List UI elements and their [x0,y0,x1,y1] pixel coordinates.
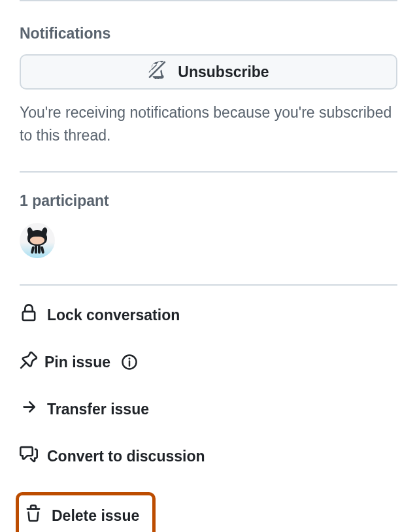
delete-issue-button[interactable]: Delete issue [24,505,139,527]
pin-label: Pin issue [44,354,110,371]
unsubscribe-label: Unsubscribe [178,63,269,81]
transfer-issue-button[interactable]: Transfer issue [20,398,397,420]
pin-icon [20,351,38,373]
arrow-right-icon [20,398,38,420]
divider [20,0,397,1]
delete-label: Delete issue [52,507,139,525]
bell-slash-icon [148,61,166,83]
delete-issue-highlight: Delete issue [16,492,156,532]
discussion-icon [20,445,38,467]
divider [20,284,397,286]
lock-conversation-button[interactable]: Lock conversation [20,304,397,326]
convert-discussion-button[interactable]: Convert to discussion [20,445,397,467]
lock-icon [20,304,38,326]
lock-label: Lock conversation [47,307,180,324]
avatar[interactable] [20,223,55,258]
svg-point-2 [129,357,131,359]
info-icon[interactable] [121,354,138,371]
sidebar-actions: Lock conversation Pin issue Transfer iss… [20,304,397,532]
participants-title: 1 participant [20,192,397,210]
unsubscribe-button[interactable]: Unsubscribe [20,54,397,90]
notifications-description: You're receiving notifications because y… [20,101,397,146]
trash-icon [24,505,42,527]
transfer-label: Transfer issue [47,401,149,418]
notifications-title: Notifications [20,25,397,42]
convert-label: Convert to discussion [47,448,205,465]
octocat-icon [24,227,50,254]
divider [20,171,397,173]
pin-issue-button[interactable]: Pin issue [20,351,397,373]
